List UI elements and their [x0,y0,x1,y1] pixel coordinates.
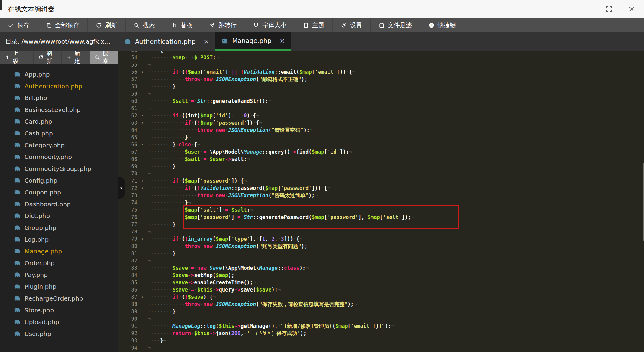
code-line-62[interactable]: 62▾········if·((int)$map['id']·==·0)·{¬ [118,112,644,119]
code-line-53[interactable]: 53····{¬ [118,51,644,54]
file-item-commodity-php[interactable]: Commodity.php [0,151,118,163]
code-line-92[interactable]: 92········return·$this->json(200,·' （＾∀＾… [118,330,644,337]
tab-close-icon[interactable]: × [280,37,285,44]
toolbar-refresh-button[interactable]: 刷新 [88,18,126,32]
file-item-bill-php[interactable]: Bill.php [0,92,118,104]
fold-arrow-icon[interactable]: ▾ [137,112,148,119]
code-editor[interactable]: 53····{¬54········$map·=·$_POST;¬55¬56▾·… [118,51,644,352]
code-line-85[interactable]: 85········$save->enableCreateTime();¬ [118,279,644,286]
toolbar-file-footprint-button[interactable]: 文件足迹 [371,18,420,32]
code-line-83[interactable]: 83········$save·=·new·Save(\App\Model\Ma… [118,264,644,272]
code-line-89[interactable]: 89········}¬ [118,308,644,315]
code-line-93[interactable]: 93····}¬ [118,337,644,344]
toolbar-replace-button[interactable]: 替换 [163,18,201,32]
toolbar-save-button[interactable]: 保存 [0,18,38,32]
file-item-store-php[interactable]: Store.php [0,304,118,316]
explorer-refresh-button[interactable]: 刷新 [34,51,62,64]
code-line-71[interactable]: 71▾········if·($map['password'])·{¬ [118,177,644,184]
file-item-group-php[interactable]: Group.php [0,222,118,233]
fold-arrow-icon[interactable]: ▾ [137,235,148,243]
file-item-cash-php[interactable]: Cash.php [0,127,118,139]
explorer-new-file-button[interactable]: 新建 [62,51,90,64]
file-item-manage-php[interactable]: Manage.php [0,245,118,257]
file-item-pay-php[interactable]: Pay.php [0,269,118,281]
code-line-70[interactable]: 70¬ [118,170,644,177]
code-line-59[interactable]: 59¬ [118,90,644,97]
code-line-73[interactable]: 73················throw·new·JSONExceptio… [118,192,644,199]
code-line-69[interactable]: 69········}¬ [118,163,644,170]
code-line-74[interactable]: 74············}¬ [118,199,644,206]
code-line-56[interactable]: 56▾········if·(!$map['email']·||·!Valida… [118,68,644,76]
fold-arrow-icon[interactable]: ▾ [137,177,148,184]
code-line-76[interactable]: 76············$map['password']·=·Str::ge… [118,213,644,221]
file-item-dashboard-php[interactable]: Dashboard.php [0,198,118,210]
sidebar-collapse-handle[interactable] [118,177,125,199]
code-line-67[interactable]: 67············$user·=·\App\Model\Manage:… [118,148,644,155]
code-line-81[interactable]: 81········}¬ [118,250,644,257]
file-item-commoditygroup-php[interactable]: CommodityGroup.php [0,163,118,174]
file-item-user-php[interactable]: User.php [0,328,118,340]
code-line-68[interactable]: 68············$salt·=·$user->salt;¬ [118,155,644,163]
file-item-config-php[interactable]: Config.php [0,174,118,186]
code-line-87[interactable]: 87▾········if·(!$save)·{¬ [118,293,644,301]
explorer-search-button[interactable]: 搜索 [90,51,118,64]
toolbar-shortcuts-button[interactable]: ?快捷键 [420,18,464,32]
code-line-57[interactable]: 57············throw·new·JSONException("邮… [118,76,644,83]
code-line-58[interactable]: 58········}¬ [118,83,644,90]
toolbar-goto-line-button[interactable]: 跳转行 [201,18,245,32]
code-line-54[interactable]: 54········$map·=·$_POST;¬ [118,54,644,61]
toolbar-save-all-button[interactable]: 全部保存 [38,18,88,32]
code-line-78[interactable]: 78¬ [118,228,644,235]
close-icon[interactable] [627,5,636,14]
file-item-upload-php[interactable]: Upload.php [0,316,118,328]
fold-arrow-icon[interactable]: ▾ [137,141,148,148]
minimize-icon[interactable] [582,5,591,14]
code-line-84[interactable]: 84········$save->setMap($map);¬ [118,272,644,279]
file-item-category-php[interactable]: Category.php [0,139,118,151]
tab-authentication-php[interactable]: Authentication.php× [118,32,215,51]
explorer-up-level-button[interactable]: 上一级 [0,51,34,64]
code-line-77[interactable]: 77········}¬ [118,221,644,228]
code-line-80[interactable]: 80············throw·new·JSONException("账… [118,243,644,250]
code-line-79[interactable]: 79▾········if·(!in_array($map['type'],·[… [118,235,644,243]
file-item-card-php[interactable]: Card.php [0,116,118,127]
file-item-log-php[interactable]: Log.php [0,233,118,245]
code-line-91[interactable]: 91········ManageLog::log($this->getManag… [118,322,644,330]
code-line-88[interactable]: 88············throw·new·JSONException("保… [118,301,644,308]
code-line-55[interactable]: 55¬ [118,61,644,68]
fold-arrow-icon[interactable]: ▾ [137,184,148,192]
file-item-order-php[interactable]: Order.php [0,257,118,269]
code-line-64[interactable]: 64················throw·new·JSONExceptio… [118,126,644,134]
code-line-61[interactable]: 61¬ [118,105,644,112]
file-item-coupon-php[interactable]: Coupon.php [0,186,118,198]
code-line-72[interactable]: 72▾············if·(!Validation::password… [118,184,644,192]
code-line-86[interactable]: 86········$save·=·$this->query->save($sa… [118,286,644,293]
code-line-82[interactable]: 82¬ [118,257,644,264]
maximize-icon[interactable] [605,5,614,14]
code-line-66[interactable]: 66▾········}·else·{¬ [118,141,644,148]
code-line-90[interactable]: 90¬ [118,315,644,322]
code-line-65[interactable]: 65············}¬ [118,134,644,141]
code-line-60[interactable]: 60········$salt·=·Str::generateRandStr()… [118,97,644,105]
fold-arrow-icon[interactable]: ▾ [137,293,148,301]
file-item-plugin-php[interactable]: Plugin.php [0,281,118,292]
toolbar-search-button[interactable]: 搜索 [126,18,163,32]
tab-manage-php[interactable]: Manage.php× [215,32,291,51]
tab-close-icon[interactable]: × [204,38,209,45]
code-line-75[interactable]: 75············$map['salt']·=·$salt;¬ [118,206,644,213]
toolbar-settings-button[interactable]: 设置 [333,18,371,32]
file-item-app-php[interactable]: App.php [0,68,118,80]
toolbar-font-size-button[interactable]: 字体大小 [245,18,295,32]
fold-arrow-icon[interactable]: ▾ [137,119,148,126]
file-item-businesslevel-php[interactable]: BusinessLevel.php [0,104,118,116]
editor-scrollbar[interactable] [643,163,644,241]
file-item-dict-php[interactable]: Dict.php [0,210,118,222]
file-item-authentication-php[interactable]: Authentication.php [0,80,118,92]
code-line-94[interactable]: 94¬ [118,344,644,351]
fold-gutter [137,344,148,351]
code-line-63[interactable]: 63▾············if·(!$map['password'])·{¬ [118,119,644,126]
toolbar-theme-button[interactable]: 主题 [295,18,333,32]
fold-arrow-icon[interactable]: ▾ [137,68,148,76]
save-icon [8,22,14,28]
file-item-rechargeorder-php[interactable]: RechargeOrder.php [0,292,118,304]
